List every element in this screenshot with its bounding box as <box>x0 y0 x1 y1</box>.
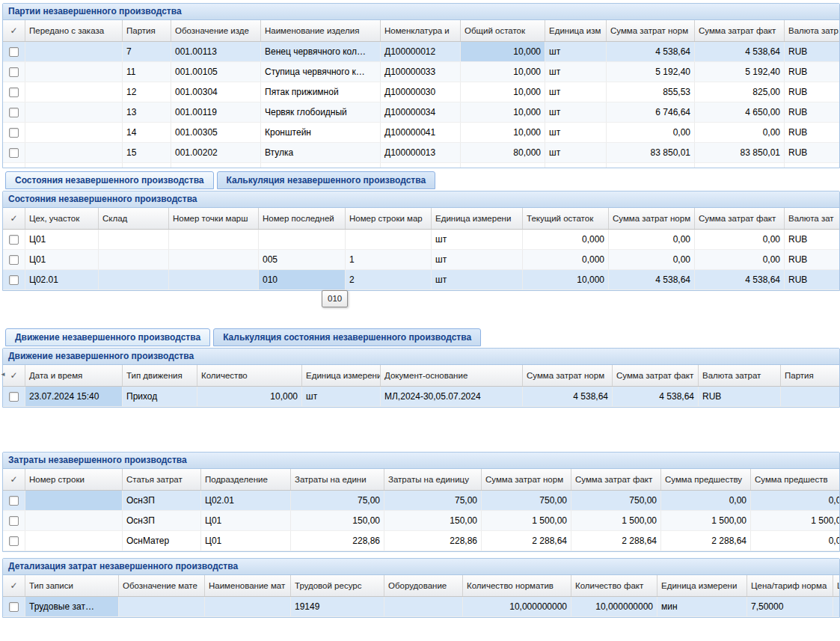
column-header[interactable]: Номер строки мар <box>346 208 432 229</box>
column-header[interactable]: Количество <box>197 365 302 386</box>
column-header[interactable]: Затраты на едини <box>291 469 384 490</box>
cell[interactable]: RUB <box>785 123 840 142</box>
cell[interactable]: 83 850,01 <box>695 143 785 162</box>
cell[interactable]: 11 <box>123 62 171 82</box>
cell[interactable]: 0,00 <box>607 123 695 142</box>
cell[interactable]: RUB <box>785 82 840 102</box>
cell[interactable] <box>346 230 432 249</box>
cell[interactable]: 83 850,01 <box>607 143 695 162</box>
cell[interactable]: 10,000000000 <box>463 597 571 616</box>
cell[interactable] <box>25 511 123 530</box>
cell[interactable]: шт <box>432 230 523 249</box>
cell[interactable]: шт <box>545 123 607 142</box>
cell[interactable]: 0,00 <box>609 250 695 269</box>
cell[interactable]: 1 500,00 <box>661 511 751 530</box>
cell[interactable]: 1 500,00 <box>571 511 661 530</box>
column-header[interactable]: Наименование изделия <box>261 20 381 41</box>
cell[interactable]: Кронштейн <box>261 123 381 142</box>
cell[interactable] <box>25 491 123 510</box>
column-header[interactable]: Валюта затр <box>785 20 840 41</box>
cell[interactable] <box>25 163 123 168</box>
column-header[interactable]: Обозначение мате <box>119 575 205 596</box>
cell[interactable]: 750,00 <box>571 491 661 510</box>
cell[interactable]: 1 500,00 <box>482 511 571 530</box>
cell[interactable]: RUB <box>699 387 781 406</box>
cell[interactable] <box>25 531 123 550</box>
select-all-column-header[interactable]: ✓ <box>3 469 25 490</box>
cell[interactable]: шт <box>545 82 607 102</box>
cell[interactable]: 12 <box>123 82 171 102</box>
select-all-column-header[interactable]: ✓ <box>3 20 25 41</box>
column-header[interactable]: Единица измерени <box>657 575 747 596</box>
cell[interactable] <box>833 597 840 616</box>
cell[interactable] <box>25 102 123 122</box>
cell[interactable]: 825,00 <box>695 82 785 102</box>
cell[interactable]: Ц01 <box>201 531 291 550</box>
cell[interactable]: RUB <box>785 102 840 122</box>
cell[interactable]: 0,00 <box>695 230 785 249</box>
column-header[interactable]: Документ-основание <box>381 365 523 386</box>
cell[interactable]: 19149 <box>291 597 384 616</box>
cell[interactable]: Д100000034 <box>381 102 461 122</box>
cell[interactable]: RUB <box>785 270 840 289</box>
row-checkbox[interactable] <box>9 148 19 158</box>
cell[interactable]: 5 192,40 <box>695 62 785 82</box>
table-row[interactable]: Ц02.010102шт10,0004 538,644 538,64RUB <box>3 270 840 290</box>
cell[interactable]: 4 538,64 <box>523 387 613 406</box>
column-header[interactable]: Валюта затрат <box>699 365 781 386</box>
row-checkbox[interactable] <box>9 516 19 526</box>
cell[interactable]: 7,50000 <box>747 597 833 616</box>
column-header[interactable]: Валюта зат <box>785 208 840 229</box>
cell[interactable]: 750,00 <box>482 491 571 510</box>
cell[interactable]: 005 <box>259 250 346 269</box>
cell[interactable]: 10,000 <box>461 62 545 82</box>
cell[interactable]: 150,00 <box>291 511 384 530</box>
row-checkbox[interactable] <box>9 235 19 245</box>
row-checkbox[interactable] <box>9 88 19 97</box>
cell[interactable]: 10,000 <box>461 82 545 102</box>
cell[interactable] <box>99 250 169 269</box>
cell[interactable] <box>25 42 123 61</box>
row-checkbox[interactable] <box>9 255 19 265</box>
column-header[interactable]: Сумма затрат норм <box>523 365 613 386</box>
cell[interactable]: 6 746,64 <box>607 102 695 122</box>
cell[interactable] <box>259 230 346 249</box>
column-header[interactable]: Общий остаток <box>461 20 545 41</box>
cell[interactable]: Д100000013 <box>381 143 461 162</box>
column-header[interactable]: Затраты на единицу <box>384 469 482 490</box>
table-row[interactable]: 14001.00305КронштейнД10000004110,000шт0,… <box>3 123 840 143</box>
cell[interactable]: 4 650,00 <box>695 102 785 122</box>
cell[interactable]: 10,000 <box>523 270 609 289</box>
cell[interactable]: 228,86 <box>384 531 482 550</box>
cell[interactable]: 001.00113 <box>171 42 261 61</box>
cell[interactable]: шт <box>545 143 607 162</box>
row-checkbox[interactable] <box>9 275 19 285</box>
column-header[interactable]: Наименование мат <box>205 575 291 596</box>
cell[interactable]: шт <box>545 102 607 122</box>
column-header[interactable]: Склад <box>99 208 169 229</box>
table-row[interactable]: 11001.00105Ступица червячного к…Д1000000… <box>3 62 840 82</box>
cell[interactable]: 4 538,64 <box>607 42 695 61</box>
cell[interactable]: 150,00 <box>384 511 482 530</box>
column-header[interactable]: Сумма затрат норм <box>482 469 571 490</box>
cell[interactable]: 80,000 <box>461 143 545 162</box>
cell[interactable]: шт <box>545 163 607 168</box>
cell[interactable]: 14 <box>123 123 171 142</box>
cell[interactable] <box>169 250 259 269</box>
table-row[interactable]: 23.07.2024 15:40Приход10,000штМЛ,2024-30… <box>3 387 840 407</box>
table-row[interactable]: ОснЗПЦ01150,00150,001 500,001 500,001 50… <box>3 511 840 531</box>
cell[interactable]: Ц01 <box>201 511 291 530</box>
cell[interactable]: шт <box>302 387 381 406</box>
cell[interactable]: 2 048,99 <box>607 163 695 168</box>
column-header[interactable]: Единица измерени <box>432 208 523 229</box>
select-all-column-header[interactable]: ✓ <box>3 208 25 229</box>
cell[interactable] <box>25 143 123 162</box>
cell[interactable]: 5 192,40 <box>607 62 695 82</box>
collapse-left-icon[interactable]: ◄ <box>0 368 7 381</box>
select-all-column-header[interactable]: ✓ <box>3 575 25 596</box>
cell[interactable]: 75,00 <box>291 491 384 510</box>
cell[interactable]: шт <box>545 62 607 82</box>
column-header[interactable]: Тип записи <box>25 575 119 596</box>
cell[interactable]: ОснЗП <box>123 491 201 510</box>
column-header[interactable]: Номер последней <box>259 208 346 229</box>
